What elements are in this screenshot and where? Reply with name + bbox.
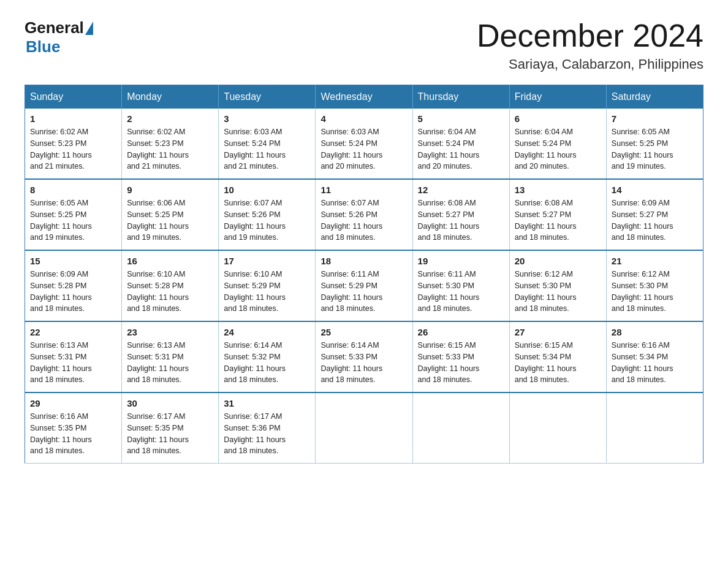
logo-text-general: General <box>25 18 84 37</box>
day-info: Sunrise: 6:02 AMSunset: 5:23 PMDaylight:… <box>127 126 213 172</box>
day-number: 3 <box>224 113 310 124</box>
calendar-cell: 3 Sunrise: 6:03 AMSunset: 5:24 PMDayligh… <box>219 109 316 179</box>
calendar-cell: 29 Sunrise: 6:16 AMSunset: 5:35 PMDaylig… <box>25 393 122 464</box>
calendar-cell: 1 Sunrise: 6:02 AMSunset: 5:23 PMDayligh… <box>25 109 122 179</box>
calendar-cell: 7 Sunrise: 6:05 AMSunset: 5:25 PMDayligh… <box>606 109 703 179</box>
day-info: Sunrise: 6:11 AMSunset: 5:30 PMDaylight:… <box>418 269 504 315</box>
calendar-cell: 20 Sunrise: 6:12 AMSunset: 5:30 PMDaylig… <box>509 250 606 321</box>
day-number: 23 <box>127 327 213 337</box>
day-number: 28 <box>612 327 698 337</box>
calendar-cell: 8 Sunrise: 6:05 AMSunset: 5:25 PMDayligh… <box>25 179 122 250</box>
day-info: Sunrise: 6:17 AMSunset: 5:35 PMDaylight:… <box>127 411 213 457</box>
day-info: Sunrise: 6:04 AMSunset: 5:24 PMDaylight:… <box>515 126 601 172</box>
calendar-cell: 25 Sunrise: 6:14 AMSunset: 5:33 PMDaylig… <box>316 321 412 393</box>
calendar-cell: 9 Sunrise: 6:06 AMSunset: 5:25 PMDayligh… <box>122 179 219 250</box>
day-info: Sunrise: 6:04 AMSunset: 5:24 PMDaylight:… <box>418 126 504 172</box>
location-title: Sariaya, Calabarzon, Philippines <box>477 56 703 72</box>
day-info: Sunrise: 6:09 AMSunset: 5:28 PMDaylight:… <box>30 269 116 315</box>
weekday-header-thursday: Thursday <box>412 85 509 109</box>
day-number: 1 <box>30 113 116 124</box>
calendar-cell: 13 Sunrise: 6:08 AMSunset: 5:27 PMDaylig… <box>509 179 606 250</box>
day-info: Sunrise: 6:15 AMSunset: 5:33 PMDaylight:… <box>418 340 504 386</box>
day-number: 5 <box>418 113 504 124</box>
day-number: 13 <box>515 185 601 195</box>
day-info: Sunrise: 6:07 AMSunset: 5:26 PMDaylight:… <box>224 197 310 243</box>
calendar-cell: 14 Sunrise: 6:09 AMSunset: 5:27 PMDaylig… <box>606 179 703 250</box>
calendar-cell <box>509 393 606 464</box>
calendar-cell: 17 Sunrise: 6:10 AMSunset: 5:29 PMDaylig… <box>219 250 316 321</box>
day-number: 12 <box>418 185 504 195</box>
day-info: Sunrise: 6:02 AMSunset: 5:23 PMDaylight:… <box>30 126 116 172</box>
calendar-cell: 31 Sunrise: 6:17 AMSunset: 5:36 PMDaylig… <box>219 393 316 464</box>
calendar-cell: 15 Sunrise: 6:09 AMSunset: 5:28 PMDaylig… <box>25 250 122 321</box>
calendar-cell: 19 Sunrise: 6:11 AMSunset: 5:30 PMDaylig… <box>412 250 509 321</box>
weekday-header-friday: Friday <box>509 85 606 109</box>
calendar-cell: 23 Sunrise: 6:13 AMSunset: 5:31 PMDaylig… <box>122 321 219 393</box>
calendar-week-row: 8 Sunrise: 6:05 AMSunset: 5:25 PMDayligh… <box>25 179 703 250</box>
calendar-cell: 5 Sunrise: 6:04 AMSunset: 5:24 PMDayligh… <box>412 109 509 179</box>
calendar-cell <box>316 393 412 464</box>
day-info: Sunrise: 6:17 AMSunset: 5:36 PMDaylight:… <box>224 411 310 457</box>
day-info: Sunrise: 6:06 AMSunset: 5:25 PMDaylight:… <box>127 197 213 243</box>
calendar-week-row: 22 Sunrise: 6:13 AMSunset: 5:31 PMDaylig… <box>25 321 703 393</box>
calendar-cell: 26 Sunrise: 6:15 AMSunset: 5:33 PMDaylig… <box>412 321 509 393</box>
page-header: General Blue December 2024 Sariaya, Cala… <box>25 18 703 72</box>
calendar-cell: 6 Sunrise: 6:04 AMSunset: 5:24 PMDayligh… <box>509 109 606 179</box>
calendar-week-row: 15 Sunrise: 6:09 AMSunset: 5:28 PMDaylig… <box>25 250 703 321</box>
day-info: Sunrise: 6:12 AMSunset: 5:30 PMDaylight:… <box>515 269 601 315</box>
day-info: Sunrise: 6:16 AMSunset: 5:35 PMDaylight:… <box>30 411 116 457</box>
calendar-cell: 4 Sunrise: 6:03 AMSunset: 5:24 PMDayligh… <box>316 109 412 179</box>
weekday-header-tuesday: Tuesday <box>219 85 316 109</box>
logo-text-blue: Blue <box>26 37 60 56</box>
day-info: Sunrise: 6:08 AMSunset: 5:27 PMDaylight:… <box>418 197 504 243</box>
day-number: 4 <box>320 113 407 124</box>
calendar-cell: 24 Sunrise: 6:14 AMSunset: 5:32 PMDaylig… <box>219 321 316 393</box>
day-number: 11 <box>320 185 407 195</box>
day-number: 24 <box>224 327 310 337</box>
weekday-header-sunday: Sunday <box>25 85 122 109</box>
day-number: 29 <box>30 398 116 408</box>
calendar-cell: 10 Sunrise: 6:07 AMSunset: 5:26 PMDaylig… <box>219 179 316 250</box>
day-info: Sunrise: 6:16 AMSunset: 5:34 PMDaylight:… <box>612 340 698 386</box>
day-info: Sunrise: 6:14 AMSunset: 5:32 PMDaylight:… <box>224 340 310 386</box>
calendar-cell: 16 Sunrise: 6:10 AMSunset: 5:28 PMDaylig… <box>122 250 219 321</box>
calendar-cell: 18 Sunrise: 6:11 AMSunset: 5:29 PMDaylig… <box>316 250 412 321</box>
day-number: 21 <box>612 256 698 266</box>
calendar-table: SundayMondayTuesdayWednesdayThursdayFrid… <box>25 85 703 464</box>
day-number: 26 <box>418 327 504 337</box>
day-number: 30 <box>127 398 213 408</box>
day-info: Sunrise: 6:10 AMSunset: 5:28 PMDaylight:… <box>127 269 213 315</box>
calendar-week-row: 29 Sunrise: 6:16 AMSunset: 5:35 PMDaylig… <box>25 393 703 464</box>
day-number: 31 <box>224 398 310 408</box>
calendar-cell: 21 Sunrise: 6:12 AMSunset: 5:30 PMDaylig… <box>606 250 703 321</box>
day-info: Sunrise: 6:13 AMSunset: 5:31 PMDaylight:… <box>127 340 213 386</box>
calendar-cell: 2 Sunrise: 6:02 AMSunset: 5:23 PMDayligh… <box>122 109 219 179</box>
day-info: Sunrise: 6:12 AMSunset: 5:30 PMDaylight:… <box>612 269 698 315</box>
day-number: 25 <box>320 327 407 337</box>
calendar-cell: 28 Sunrise: 6:16 AMSunset: 5:34 PMDaylig… <box>606 321 703 393</box>
day-number: 7 <box>612 113 698 124</box>
title-area: December 2024 Sariaya, Calabarzon, Phili… <box>477 18 703 72</box>
weekday-header-row: SundayMondayTuesdayWednesdayThursdayFrid… <box>25 85 703 109</box>
calendar-week-row: 1 Sunrise: 6:02 AMSunset: 5:23 PMDayligh… <box>25 109 703 179</box>
day-number: 15 <box>30 256 116 266</box>
day-number: 20 <box>515 256 601 266</box>
day-info: Sunrise: 6:11 AMSunset: 5:29 PMDaylight:… <box>320 269 407 315</box>
logo-triangle-icon <box>85 21 93 35</box>
day-number: 10 <box>224 185 310 195</box>
calendar-cell <box>606 393 703 464</box>
day-number: 22 <box>30 327 116 337</box>
day-info: Sunrise: 6:09 AMSunset: 5:27 PMDaylight:… <box>612 197 698 243</box>
calendar-cell: 11 Sunrise: 6:07 AMSunset: 5:26 PMDaylig… <box>316 179 412 250</box>
day-info: Sunrise: 6:07 AMSunset: 5:26 PMDaylight:… <box>320 197 407 243</box>
calendar-cell <box>412 393 509 464</box>
weekday-header-wednesday: Wednesday <box>316 85 412 109</box>
day-number: 27 <box>515 327 601 337</box>
day-info: Sunrise: 6:13 AMSunset: 5:31 PMDaylight:… <box>30 340 116 386</box>
logo: General Blue <box>25 18 93 56</box>
day-info: Sunrise: 6:03 AMSunset: 5:24 PMDaylight:… <box>224 126 310 172</box>
calendar-cell: 12 Sunrise: 6:08 AMSunset: 5:27 PMDaylig… <box>412 179 509 250</box>
day-number: 2 <box>127 113 213 124</box>
day-number: 8 <box>30 185 116 195</box>
weekday-header-monday: Monday <box>122 85 219 109</box>
